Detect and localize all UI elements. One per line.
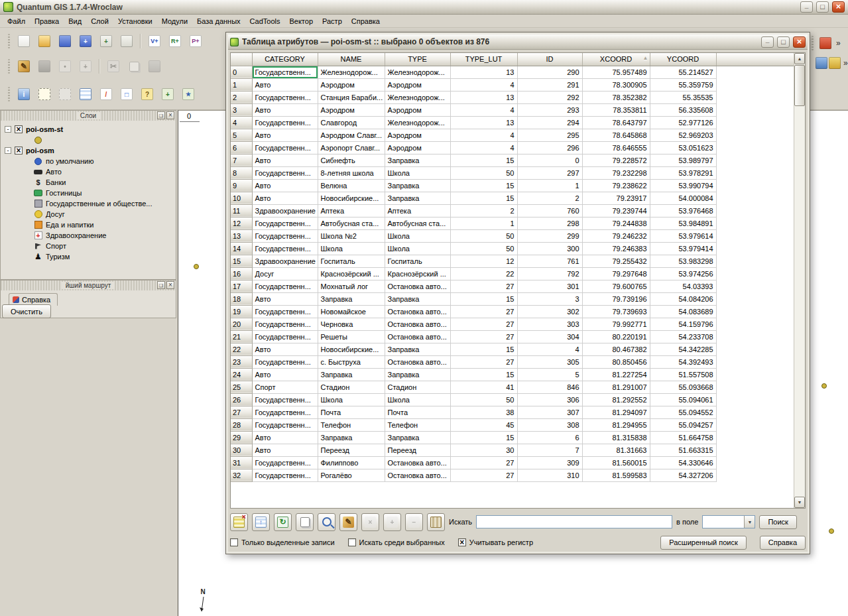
open-project-button[interactable] bbox=[35, 32, 54, 50]
route-panel-header[interactable]: йший маршрут bbox=[1, 280, 176, 290]
cell[interactable]: 55.093668 bbox=[650, 381, 716, 393]
cell[interactable]: 27 bbox=[450, 318, 517, 330]
main-titlebar[interactable]: Quantum GIS 1.7.4-Wroclaw bbox=[0, 0, 848, 15]
cell[interactable]: Школа №2 bbox=[318, 229, 385, 242]
row-header[interactable]: 25 bbox=[231, 381, 252, 393]
legend-item[interactable]: Авто bbox=[1, 166, 176, 177]
cell[interactable]: 81.560015 bbox=[582, 456, 650, 469]
cell[interactable]: Мохнатый лог bbox=[318, 280, 385, 292]
cell[interactable]: 79.255432 bbox=[582, 255, 650, 267]
cell[interactable]: Государственн... bbox=[252, 305, 318, 318]
cell[interactable]: Заправка bbox=[385, 292, 450, 305]
cell[interactable]: 303 bbox=[517, 318, 582, 330]
cell[interactable]: 78.352382 bbox=[582, 91, 650, 103]
row-header[interactable]: 24 bbox=[231, 368, 252, 381]
minimize-button[interactable] bbox=[800, 1, 813, 13]
show-bookmarks-button[interactable] bbox=[179, 85, 198, 103]
cell[interactable]: 300 bbox=[517, 242, 582, 255]
cell[interactable]: 81.294097 bbox=[582, 406, 650, 418]
cell[interactable]: Аптека bbox=[318, 204, 385, 217]
cell[interactable]: 15 bbox=[450, 343, 517, 355]
cell[interactable]: 81.31663 bbox=[582, 444, 650, 456]
row-header[interactable]: 4 bbox=[231, 116, 252, 129]
cell[interactable]: 4 bbox=[450, 103, 517, 116]
toolbar-overflow-icon[interactable] bbox=[835, 38, 842, 48]
cell[interactable]: Авто bbox=[252, 292, 318, 305]
scroll-thumb[interactable] bbox=[794, 65, 805, 106]
cell[interactable]: 53.974256 bbox=[650, 267, 716, 280]
cell[interactable]: Аэродром bbox=[385, 141, 450, 154]
cell[interactable]: 295 bbox=[517, 129, 582, 141]
cell[interactable]: 294 bbox=[517, 116, 582, 129]
layer-checkbox[interactable] bbox=[15, 125, 23, 133]
cell[interactable]: 79.228572 bbox=[582, 154, 650, 166]
cell[interactable]: 81.599583 bbox=[582, 469, 650, 481]
menu-layer[interactable]: Слой bbox=[86, 16, 113, 27]
cell[interactable]: 51.663315 bbox=[650, 444, 716, 456]
search-input[interactable] bbox=[476, 515, 672, 528]
add-raster-layer-button[interactable] bbox=[166, 32, 184, 50]
cell[interactable]: 308 bbox=[517, 418, 582, 431]
cell[interactable]: 290 bbox=[517, 66, 582, 78]
cell[interactable]: 79.238622 bbox=[582, 179, 650, 192]
cell[interactable]: Государственн... bbox=[252, 406, 318, 418]
cell[interactable]: Заправка bbox=[385, 431, 450, 444]
panel-float-icon[interactable] bbox=[157, 281, 165, 289]
cell[interactable]: 56.335608 bbox=[650, 103, 716, 116]
cell[interactable]: Авто bbox=[252, 103, 318, 116]
cell[interactable]: 309 bbox=[517, 456, 582, 469]
cell[interactable]: 50 bbox=[450, 242, 517, 255]
dropdown-arrow-icon[interactable] bbox=[744, 516, 755, 528]
legend-item[interactable]: Еда и напитки bbox=[1, 219, 176, 230]
cell[interactable]: Госпиталь bbox=[385, 255, 450, 267]
cell[interactable]: 291 bbox=[517, 78, 582, 91]
cell[interactable]: Заправка bbox=[385, 154, 450, 166]
cell[interactable]: 55.094061 bbox=[650, 393, 716, 406]
cell[interactable]: Аэродром bbox=[318, 103, 385, 116]
row-header[interactable]: 18 bbox=[231, 292, 252, 305]
cell[interactable]: Заправка bbox=[318, 292, 385, 305]
cell[interactable]: 307 bbox=[517, 406, 582, 418]
cell[interactable]: 81.292552 bbox=[582, 393, 650, 406]
cell[interactable]: Государственн... bbox=[252, 280, 318, 292]
cell[interactable]: 54.392493 bbox=[650, 355, 716, 368]
cell[interactable]: Краснозёрский ... bbox=[385, 267, 450, 280]
cell[interactable]: Станция Бараби... bbox=[318, 91, 385, 103]
measure-line-button[interactable] bbox=[97, 85, 115, 103]
layer-checkbox[interactable] bbox=[15, 147, 23, 154]
cell[interactable]: Остановка авто... bbox=[385, 469, 450, 481]
row-header[interactable]: 7 bbox=[231, 154, 252, 166]
row-header[interactable]: 1 bbox=[231, 78, 252, 91]
cell[interactable]: Авто bbox=[252, 343, 318, 355]
cell[interactable]: Железнодорож... bbox=[385, 66, 450, 78]
legend-item[interactable]: Государственные и обществе... bbox=[1, 198, 176, 209]
menu-settings[interactable]: Установки bbox=[113, 16, 157, 27]
cell[interactable]: Авто bbox=[252, 129, 318, 141]
cell[interactable]: 79.297648 bbox=[582, 267, 650, 280]
panel-close-icon[interactable] bbox=[166, 281, 174, 289]
cell[interactable]: 27 bbox=[450, 330, 517, 343]
option-case-sensitive[interactable]: Учитывать регистр bbox=[458, 538, 533, 546]
cell[interactable]: 51.557508 bbox=[650, 368, 716, 381]
cell[interactable]: 15 bbox=[450, 431, 517, 444]
row-header[interactable]: 29 bbox=[231, 431, 252, 444]
cell[interactable]: 4 bbox=[450, 129, 517, 141]
cell[interactable]: 79.244838 bbox=[582, 217, 650, 229]
cell[interactable]: 78.645868 bbox=[582, 129, 650, 141]
cell[interactable]: 53.984891 bbox=[650, 217, 716, 229]
cell[interactable]: 27 bbox=[450, 305, 517, 318]
cell[interactable]: Государственн... bbox=[252, 166, 318, 179]
cell[interactable]: 27 bbox=[450, 469, 517, 481]
scroll-up-icon[interactable] bbox=[794, 53, 805, 64]
cell[interactable]: 53.051623 bbox=[650, 141, 716, 154]
cell[interactable]: 51.664758 bbox=[650, 431, 716, 444]
row-header[interactable]: 10 bbox=[231, 192, 252, 204]
cell[interactable]: Аэродром Славг... bbox=[318, 129, 385, 141]
open-field-calculator-button[interactable] bbox=[427, 513, 445, 531]
cell[interactable]: Новосибирские... bbox=[318, 192, 385, 204]
cell[interactable]: Остановка авто... bbox=[385, 280, 450, 292]
cell[interactable]: 79.232298 bbox=[582, 166, 650, 179]
save-project-button[interactable] bbox=[56, 32, 74, 50]
field-select[interactable] bbox=[702, 515, 755, 528]
row-header[interactable]: 3 bbox=[231, 103, 252, 116]
